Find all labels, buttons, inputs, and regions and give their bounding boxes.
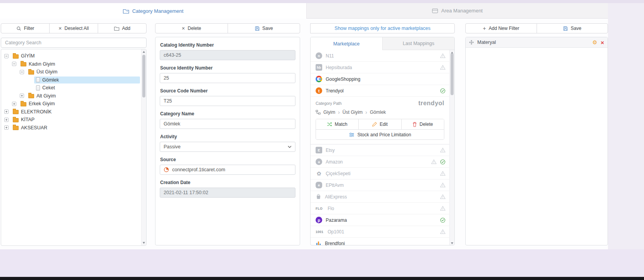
source-value: connectprof.1ticaret.com	[172, 167, 225, 172]
delete-mapping-label: Delete	[420, 122, 433, 127]
deselect-all-button[interactable]: × Deselect All	[49, 23, 98, 33]
scroll-down-icon[interactable]	[143, 242, 145, 244]
folder-icon	[28, 70, 34, 75]
marketplace-row-etsy[interactable]: E Etsy	[311, 144, 449, 156]
tree-label: Kadın Giyim	[29, 61, 55, 67]
category-tree-panel: Filter × Deselect All Add GİYİM	[1, 19, 147, 249]
source-identity-input[interactable]	[160, 73, 295, 83]
expand-icon[interactable]	[4, 110, 9, 114]
tree-label: Ceket	[42, 85, 55, 90]
tree-item-kitap[interactable]: KİTAP	[1, 116, 140, 124]
marketplace-row-aliexpress[interactable]: AliExpress	[311, 191, 449, 203]
save-button[interactable]: Save	[228, 23, 300, 33]
filter-button-label: Filter	[24, 26, 35, 31]
folder-icon	[13, 110, 19, 114]
warning-icon	[440, 148, 445, 153]
epttavm-icon: e	[316, 182, 322, 188]
trendyol-icon: t	[316, 87, 322, 94]
scroll-up-icon[interactable]	[143, 51, 145, 53]
edit-icon	[372, 122, 377, 127]
expand-icon[interactable]	[4, 118, 9, 122]
marketplace-row-pazarama[interactable]: p Pazarama	[311, 214, 449, 226]
activity-select[interactable]: Passive	[160, 142, 295, 152]
check-icon	[440, 88, 445, 94]
chevron-down-icon	[288, 146, 292, 148]
category-name-input[interactable]	[160, 119, 295, 129]
marketplace-row-brendfoni[interactable]: Brendfoni	[311, 238, 449, 245]
marketplace-row-flo[interactable]: FLO Flo	[311, 203, 449, 214]
tab-category-management[interactable]: Category Management	[0, 3, 306, 19]
tree-item-kadin-giyim[interactable]: Kadın Giyim	[1, 60, 140, 68]
tree-item-alt-giyim[interactable]: Alt Giyim	[1, 92, 140, 100]
add-button[interactable]: Add	[98, 23, 147, 33]
gear-icon[interactable]: ⚙	[592, 40, 597, 45]
tree-item-erkek-giyim[interactable]: Erkek Giyim	[1, 100, 140, 108]
tree-label: Erkek Giyim	[29, 101, 55, 106]
trash-icon	[413, 122, 417, 127]
scroll-thumb[interactable]	[142, 55, 145, 97]
marketplace-scrollbar[interactable]	[449, 50, 454, 245]
marketplace-row-epttavm[interactable]: e EPttAvm	[311, 179, 449, 191]
save-button-label: Save	[262, 26, 273, 31]
expand-icon[interactable]	[4, 125, 9, 130]
source-code-input[interactable]	[160, 96, 295, 106]
remove-filter-icon[interactable]: ×	[601, 40, 604, 45]
marketplace-row-trendyol[interactable]: t Trendyol	[311, 85, 449, 97]
stock-price-limitation-button[interactable]: Stock and Price Limitation	[316, 129, 444, 139]
edit-button[interactable]: Edit	[359, 119, 401, 129]
tree-item-elektronik[interactable]: ELEKTRONİK	[1, 108, 140, 116]
check-icon	[440, 217, 445, 223]
delete-button-label: Delete	[188, 26, 201, 31]
mapping-actions: Match Edit Delete	[316, 119, 444, 140]
ticaret-logo-icon	[164, 167, 169, 172]
marketplace-row-googleshopping[interactable]: GoogleShopping	[311, 73, 449, 85]
collapse-icon[interactable]	[20, 70, 24, 74]
expand-icon[interactable]	[20, 94, 24, 98]
add-button-label: Add	[122, 26, 130, 31]
marketplace-tabs: Marketplace Last Mappings	[311, 37, 454, 50]
category-management-icon	[123, 9, 129, 14]
category-path-breadcrumb: Giyim › Üst Giyim › Gömlek	[316, 109, 444, 115]
marketplace-row-op1001[interactable]: 1001 Op1001	[311, 226, 449, 238]
collapse-icon[interactable]	[12, 62, 16, 66]
tree-label: GİYİM	[21, 53, 35, 59]
footer-strip	[0, 249, 644, 277]
tree-scrollbar[interactable]	[141, 49, 146, 245]
delete-mapping-button[interactable]: Delete	[402, 119, 444, 129]
field-activity: Activity Passive	[160, 134, 295, 152]
filter-save-button[interactable]: Save	[537, 23, 608, 33]
source-input[interactable]: connectprof.1ticaret.com	[160, 165, 295, 175]
tree-item-gomlek[interactable]: Gömlek	[1, 76, 140, 84]
field-label: Source	[160, 157, 295, 162]
add-new-filter-button[interactable]: + Add New Filter	[465, 23, 537, 33]
tab-label: Category Management	[132, 8, 183, 14]
filter-button[interactable]: Filter	[1, 23, 50, 33]
scroll-down-icon[interactable]	[451, 242, 453, 244]
tree-item-giyim[interactable]: GİYİM	[1, 52, 140, 60]
tab-area-management[interactable]: Area Management	[306, 3, 608, 19]
filter-item-materyal[interactable]: Materyal ⚙ ×	[466, 37, 608, 48]
marketplace-row-n11[interactable]: n N11	[311, 50, 449, 62]
tab-marketplace[interactable]: Marketplace	[311, 37, 382, 50]
marketplace-panel: Show mappings only for active marketplac…	[310, 19, 455, 249]
tree-item-ust-giyim[interactable]: Üst Giyim	[1, 68, 140, 76]
collapse-icon[interactable]	[4, 54, 9, 58]
marketplace-row-amazon[interactable]: a Amazon	[311, 156, 449, 168]
tab-last-mappings[interactable]: Last Mappings	[382, 37, 454, 50]
scroll-thumb[interactable]	[451, 53, 454, 95]
op1001-icon: 1001	[316, 230, 324, 234]
marketplace-row-ciceksepeti[interactable]: ✿ ÇiçekSepeti	[311, 168, 449, 179]
show-active-mappings-button[interactable]: Show mappings only for active marketplac…	[310, 23, 455, 33]
hepsiburada-icon: hb	[316, 64, 322, 71]
category-search-input[interactable]	[1, 38, 147, 48]
tree-item-ceket[interactable]: Ceket	[1, 84, 140, 92]
marketplace-toolbar: Show mappings only for active marketplac…	[310, 23, 455, 33]
delete-button[interactable]: × Delete	[155, 23, 228, 33]
top-strip	[0, 0, 644, 3]
expand-icon[interactable]	[12, 102, 16, 106]
tree-item-aksesuar[interactable]: AKSESUAR	[1, 124, 140, 132]
move-icon[interactable]	[469, 40, 474, 45]
field-label: Activity	[160, 134, 295, 139]
match-button[interactable]: Match	[316, 119, 359, 129]
marketplace-row-hepsiburada[interactable]: hb Hepsiburada	[311, 62, 449, 73]
